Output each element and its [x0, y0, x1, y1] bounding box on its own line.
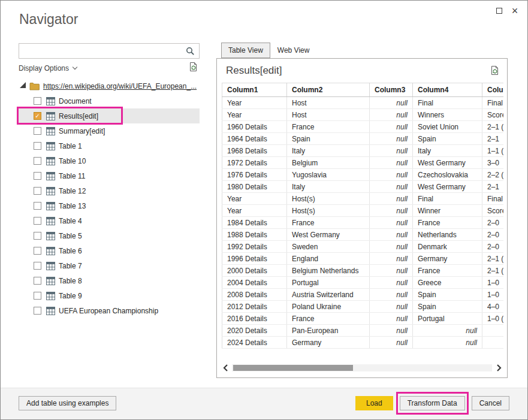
tree-item-summary-edit[interactable]: Summary[edit]: [19, 123, 200, 138]
load-button[interactable]: Load: [355, 396, 393, 410]
table-header-row: Column1Column2Column3Column4Column: [222, 83, 504, 97]
table-row: 1980 DetailsItalynullWest Germany2–1: [222, 181, 504, 193]
table-cell: null: [370, 313, 413, 325]
tree-item-uefa-european-championship[interactable]: UEFA European Championship: [19, 303, 200, 318]
column-header-2[interactable]: Column2: [287, 83, 370, 97]
column-header-1[interactable]: Column1: [222, 83, 287, 97]
table-icon: [46, 157, 55, 165]
table-icon: [46, 172, 55, 180]
tree-item-table-13[interactable]: Table 13: [19, 198, 200, 213]
tree-item-table-1[interactable]: Table 1: [19, 138, 200, 153]
tree-item-table-7[interactable]: Table 7: [19, 258, 200, 273]
table-cell: France: [413, 265, 482, 277]
tree-item-table-6[interactable]: Table 6: [19, 243, 200, 258]
table-cell: null: [370, 97, 413, 109]
tree-item-label: Table 13: [59, 202, 86, 210]
table-cell: 2008 Details: [222, 289, 287, 301]
table-cell: Winners: [413, 109, 482, 121]
table-row: 1988 DetailsWest GermanynullNetherlands2…: [222, 229, 504, 241]
table-cell: Year: [222, 205, 287, 217]
table-cell: 2–1 (a.e: [482, 121, 504, 133]
table-cell: 1–1 (a.e: [482, 145, 504, 157]
tab-table-view[interactable]: Table View: [221, 43, 270, 58]
checkbox[interactable]: [34, 247, 41, 255]
checkbox[interactable]: [34, 262, 41, 270]
search-input[interactable]: [19, 44, 182, 58]
checkbox[interactable]: [34, 277, 41, 285]
table-cell: Denmark: [413, 241, 482, 253]
refresh-icon[interactable]: [188, 62, 198, 72]
table-cell: 2–0: [482, 217, 504, 229]
checkbox[interactable]: [34, 232, 41, 240]
table-row: 2000 DetailsBelgium NetherlandsnullFranc…: [222, 265, 504, 277]
tree-item-table-5[interactable]: Table 5: [19, 228, 200, 243]
add-table-using-examples-button[interactable]: Add table using examples: [19, 396, 116, 410]
column-header-4[interactable]: Column4: [413, 83, 482, 97]
table-cell: Czechoslovakia: [413, 169, 482, 181]
table-cell: 2020 Details: [222, 325, 287, 337]
table-icon: [46, 277, 55, 285]
tree-item-results-edit[interactable]: ✓Results[edit]: [19, 108, 200, 123]
tab-web-view[interactable]: Web View: [270, 43, 317, 58]
scroll-right-icon[interactable]: [495, 364, 502, 372]
table-cell: Italy: [287, 181, 370, 193]
checkbox[interactable]: [34, 187, 41, 195]
tree-item-table-12[interactable]: Table 12: [19, 183, 200, 198]
checkbox[interactable]: [34, 157, 41, 165]
table-cell: null: [370, 157, 413, 169]
column-header-3[interactable]: Column3: [370, 83, 413, 97]
column-header-5[interactable]: Column: [482, 83, 504, 97]
scrollbar-thumb[interactable]: [233, 365, 353, 371]
tree-item-table-8[interactable]: Table 8: [19, 273, 200, 288]
table-cell: null: [413, 325, 482, 337]
table-icon: [46, 187, 55, 195]
tree-item-label: Table 4: [59, 217, 82, 225]
checkbox[interactable]: [34, 292, 41, 300]
table-row: 1984 DetailsFrancenullFrance2–0: [222, 217, 504, 229]
display-options-label: Display Options: [19, 64, 69, 72]
table-cell: Belgium Netherlands: [287, 265, 370, 277]
table-cell: France: [287, 217, 370, 229]
table-row: YearHost(s)nullFinalFinal: [222, 193, 504, 205]
table-cell: France: [413, 217, 482, 229]
tree-item-table-11[interactable]: Table 11: [19, 168, 200, 183]
table-cell: Italy: [413, 145, 482, 157]
table-cell: Winner: [413, 205, 482, 217]
tree-root-node[interactable]: https://en.wikipedia.org/wiki/UEFA_Europ…: [19, 78, 200, 93]
table-row: 1976 DetailsYugoslavianullCzechoslovakia…: [222, 169, 504, 181]
cancel-button[interactable]: Cancel: [472, 396, 509, 410]
triangle-expanded-icon[interactable]: [20, 82, 26, 88]
table-cell: null: [370, 277, 413, 289]
checkbox[interactable]: [34, 217, 41, 225]
checkbox[interactable]: [34, 142, 41, 150]
checkbox[interactable]: [34, 127, 41, 135]
tree-item-table-9[interactable]: Table 9: [19, 288, 200, 303]
checkbox[interactable]: [34, 172, 41, 180]
tree-item-table-10[interactable]: Table 10: [19, 153, 200, 168]
maximize-button[interactable]: [491, 4, 507, 18]
table-cell: Year: [222, 97, 287, 109]
refresh-icon[interactable]: [490, 65, 500, 75]
table-cell: null: [370, 205, 413, 217]
checkbox[interactable]: [34, 97, 41, 105]
table-cell: null: [370, 241, 413, 253]
scroll-left-icon[interactable]: [222, 364, 229, 372]
table-cell: null: [370, 289, 413, 301]
table-cell: Year: [222, 109, 287, 121]
tree-item-document[interactable]: Document: [19, 93, 200, 108]
search-icon[interactable]: [182, 47, 199, 56]
checkbox[interactable]: [34, 307, 41, 315]
display-options-dropdown[interactable]: Display Options: [19, 62, 77, 74]
checkbox-checked[interactable]: ✓: [34, 112, 41, 120]
tree-item-label: Table 1: [59, 142, 82, 150]
horizontal-scrollbar[interactable]: [222, 363, 502, 373]
transform-data-button[interactable]: Transform Data: [400, 396, 465, 410]
page-title: Navigator: [19, 11, 78, 28]
tree-item-table-4[interactable]: Table 4: [19, 213, 200, 228]
tree-item-label: Results[edit]: [59, 112, 98, 120]
table-cell: Pan-European: [287, 325, 370, 337]
checkbox[interactable]: [34, 202, 41, 210]
scrollbar-track[interactable]: [232, 364, 492, 371]
close-button[interactable]: ×: [507, 4, 523, 18]
table-cell: 1–0 (a.e: [482, 313, 504, 325]
